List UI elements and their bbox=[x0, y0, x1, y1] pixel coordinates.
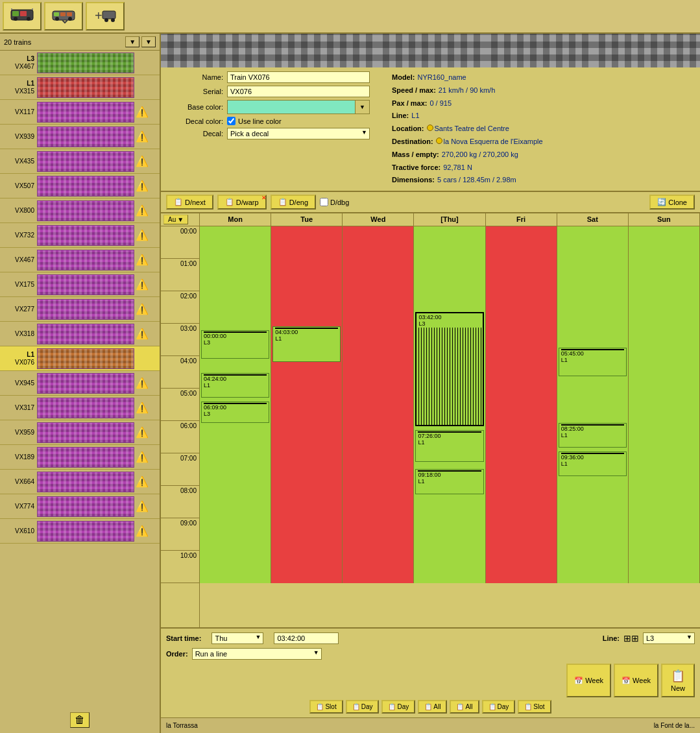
serial-input[interactable] bbox=[227, 86, 370, 97]
pax-value: 0 / 915 bbox=[429, 97, 452, 110]
slot-btn-1[interactable]: 📋 Slot bbox=[309, 700, 343, 714]
train-item[interactable]: VX117⚠️ bbox=[0, 100, 160, 125]
new-button[interactable]: 📋 New bbox=[661, 664, 695, 697]
train-item[interactable]: VX467⚠️ bbox=[0, 248, 160, 272]
train-item[interactable]: VX774⚠️ bbox=[0, 494, 160, 519]
train-item[interactable]: VX800⚠️ bbox=[0, 198, 160, 223]
train-details-button[interactable] bbox=[44, 2, 83, 30]
train-item[interactable]: L1VX076 bbox=[0, 346, 160, 371]
train-warning-icon: ⚠️ bbox=[134, 377, 150, 389]
slot-btn-2[interactable]: 📋 Slot bbox=[518, 700, 551, 714]
filter-button[interactable]: ▼ bbox=[125, 36, 139, 47]
train-label: VX277 bbox=[1, 306, 37, 313]
train-item[interactable]: L1VX315 bbox=[0, 75, 160, 100]
event-mon-0609b[interactable]: 06:09:00L3 bbox=[201, 402, 269, 423]
delete-train-button[interactable]: 🗑 bbox=[70, 712, 90, 728]
start-day-select[interactable]: MonTueWedThuFriSatSun bbox=[211, 632, 263, 644]
day-col-mon[interactable]: 00:00:00L3 04:24:00L1 06:09:00L3 bbox=[200, 226, 271, 583]
decal-select[interactable]: Pick a decal bbox=[227, 128, 370, 139]
day-btn-3[interactable]: 📋 Day bbox=[482, 700, 516, 714]
schedule-day-mon: Mon bbox=[200, 213, 271, 226]
event-thu-0726[interactable]: 07:26:00L1 bbox=[415, 430, 483, 463]
time-0700: 07:00 bbox=[161, 453, 199, 486]
day-col-wed[interactable] bbox=[343, 226, 414, 583]
all-btn-2[interactable]: 📋 All bbox=[450, 700, 479, 714]
clone-button[interactable]: 🔄 Clone bbox=[649, 195, 695, 210]
week-btn-2[interactable]: 📅 Week bbox=[614, 664, 658, 697]
day-col-sun[interactable] bbox=[629, 226, 700, 583]
schedule-header: Au ▼ Mon Tue Wed [Thu] Fri Sat Sun bbox=[161, 213, 700, 226]
train-car-5 bbox=[592, 34, 700, 67]
train-label: VX774 bbox=[1, 503, 37, 511]
dwarp-button[interactable]: 📋 D/warp ✕ bbox=[217, 195, 267, 210]
train-item[interactable]: VX959⚠️ bbox=[0, 420, 160, 445]
train-label: VX959 bbox=[1, 429, 37, 437]
add-train-button[interactable]: + bbox=[86, 2, 125, 30]
train-label: VX507 bbox=[1, 182, 37, 190]
train-item[interactable]: VX732⚠️ bbox=[0, 223, 160, 248]
train-car-4 bbox=[485, 34, 592, 67]
train-item[interactable]: L3VX467 bbox=[0, 51, 160, 75]
day-btn-1[interactable]: 📋 Day bbox=[346, 700, 380, 714]
train-item[interactable]: VX277⚠️ bbox=[0, 297, 160, 322]
dnext-button[interactable]: 📋 D/next bbox=[166, 195, 213, 210]
destination-label: Destination: bbox=[392, 136, 433, 149]
au-dropdown-icon: ▼ bbox=[177, 216, 184, 223]
event-thu-0918[interactable]: 09:18:00L1 bbox=[415, 469, 483, 494]
train-item[interactable]: VX507⚠️ bbox=[0, 174, 160, 198]
train-item[interactable]: VX189⚠️ bbox=[0, 445, 160, 470]
train-car-2 bbox=[269, 34, 376, 67]
event-sat-0545[interactable]: 05:45:00L1 bbox=[559, 348, 627, 376]
week-btn-1[interactable]: 📅 Week bbox=[566, 664, 611, 697]
train-item[interactable]: VX610⚠️ bbox=[0, 519, 160, 544]
color-arrow[interactable]: ▼ bbox=[355, 101, 369, 114]
au-button[interactable]: Au ▼ bbox=[163, 215, 188, 224]
train-warning-icon: ⚠️ bbox=[134, 303, 150, 315]
deng-button[interactable]: 📋 D/eng bbox=[271, 195, 316, 210]
train-item[interactable]: VX317⚠️ bbox=[0, 396, 160, 420]
name-input[interactable] bbox=[227, 71, 370, 83]
train-item[interactable]: VX664⚠️ bbox=[0, 470, 160, 494]
order-select-wrapper: Run a line bbox=[192, 648, 322, 660]
train-item[interactable]: VX175⚠️ bbox=[0, 272, 160, 297]
train-thumbnail bbox=[37, 398, 134, 418]
event-tue-0403[interactable]: 04:03:00L1 bbox=[272, 326, 341, 362]
time-0400: 04:00 bbox=[161, 356, 199, 389]
start-time-label: Start time: bbox=[166, 634, 201, 642]
event-mon-0609[interactable]: 04:24:00L1 bbox=[201, 373, 269, 398]
week-icon-2: 📅 bbox=[622, 677, 631, 685]
train-label: VX189 bbox=[1, 453, 37, 461]
start-time-input[interactable] bbox=[274, 632, 339, 644]
event-mon-0424[interactable]: 00:00:00L3 bbox=[201, 330, 269, 359]
time-0600: 06:00 bbox=[161, 421, 199, 453]
line-select[interactable]: L3L1L2 bbox=[643, 632, 695, 644]
day-col-fri[interactable] bbox=[486, 226, 557, 583]
stat-line: Line: L1 bbox=[392, 110, 696, 123]
train-item[interactable]: VX318⚠️ bbox=[0, 322, 160, 346]
ddbg-checkbox[interactable] bbox=[320, 198, 328, 206]
train-item[interactable]: VX945⚠️ bbox=[0, 371, 160, 396]
trains-overview-button[interactable] bbox=[3, 2, 42, 30]
train-item[interactable]: VX939⚠️ bbox=[0, 125, 160, 149]
train-label: VX732 bbox=[1, 232, 37, 239]
event-sat-0936[interactable]: 09:36:00L1 bbox=[559, 451, 627, 477]
day-col-tue[interactable]: 04:03:00L1 bbox=[271, 226, 343, 583]
event-sat-0825[interactable]: 08:25:00L1 bbox=[559, 423, 627, 448]
train-item[interactable]: VX435⚠️ bbox=[0, 149, 160, 174]
order-select[interactable]: Run a line bbox=[192, 648, 322, 660]
use-line-color-checkbox[interactable] bbox=[227, 117, 235, 125]
sort-button[interactable]: ▼ bbox=[141, 36, 156, 47]
stat-model: Model: NYR160_name bbox=[392, 71, 696, 84]
schedule-area: Au ▼ Mon Tue Wed [Thu] Fri Sat Sun 00:00… bbox=[161, 213, 700, 627]
train-warning-icon: ⚠️ bbox=[134, 180, 150, 192]
day-col-thu[interactable]: 03:42:00L3 07:26:00L1 09:18:00L1 bbox=[414, 226, 485, 583]
svg-rect-10 bbox=[67, 12, 72, 16]
day-btn-2[interactable]: 📋 Day bbox=[381, 700, 415, 714]
all-btn-1[interactable]: 📋 All bbox=[418, 700, 447, 714]
event-thu-0342[interactable]: 03:42:00L3 bbox=[415, 312, 483, 426]
schedule-scroll[interactable]: 00:00 01:00 02:00 03:00 04:00 05:00 06:0… bbox=[161, 226, 700, 627]
base-color-dropdown[interactable]: ▼ bbox=[227, 100, 370, 114]
day-col-sat[interactable]: 05:45:00L1 08:25:00L1 09:36:00L1 bbox=[557, 226, 629, 583]
slot-icon-2: 📋 bbox=[524, 703, 532, 710]
day-icon-2: 📋 bbox=[388, 703, 396, 710]
